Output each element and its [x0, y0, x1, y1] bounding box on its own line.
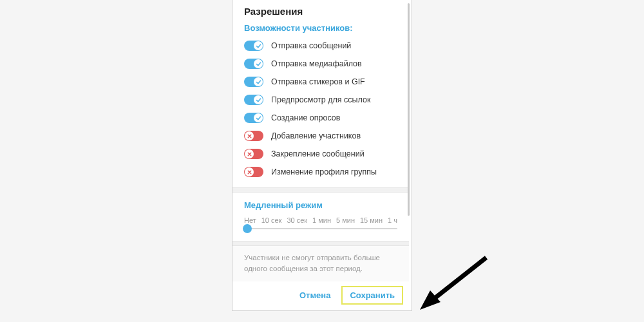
section-divider	[232, 241, 409, 246]
permissions-dialog: Разрешения Возможности участников: Отпра…	[232, 0, 412, 311]
permission-row: Закрепление сообщений	[244, 149, 397, 159]
permission-label: Отправка медиафайлов	[271, 59, 362, 68]
slowmode-help: Участники не смогут отправить больше одн…	[232, 246, 409, 281]
dialog-title: Разрешения	[244, 6, 397, 17]
permission-toggle[interactable]	[244, 77, 263, 87]
cancel-button[interactable]: Отмена	[292, 287, 338, 304]
scroll-area: Разрешения Возможности участников: Отпра…	[232, 0, 412, 281]
slowmode-title: Медленный режим	[244, 200, 397, 210]
annotation-arrow-icon	[419, 254, 489, 312]
permission-row: Отправка сообщений	[244, 41, 397, 51]
slowmode-section: Медленный режим Нет10 сек30 сек1 мин5 ми…	[232, 193, 409, 241]
permission-toggle[interactable]	[244, 95, 263, 105]
check-icon	[254, 41, 263, 50]
cross-icon	[245, 167, 254, 176]
permissions-list: Отправка сообщенийОтправка медиафайловОт…	[244, 41, 397, 177]
permission-row: Изменение профиля группы	[244, 167, 397, 177]
permission-label: Отправка стикеров и GIF	[271, 77, 365, 86]
permission-label: Добавление участников	[271, 131, 361, 140]
check-icon	[254, 59, 263, 68]
slowmode-slider[interactable]	[244, 223, 397, 237]
permission-toggle[interactable]	[244, 113, 263, 123]
permission-label: Предпросмотр для ссылок	[271, 95, 370, 104]
permission-label: Закрепление сообщений	[271, 149, 365, 158]
permission-toggle[interactable]	[244, 149, 263, 159]
permissions-section: Разрешения Возможности участников: Отпра…	[232, 0, 409, 187]
check-icon	[254, 113, 263, 122]
section-divider	[232, 187, 409, 193]
permission-label: Создание опросов	[271, 113, 340, 122]
permission-label: Отправка сообщений	[271, 41, 351, 50]
check-icon	[254, 77, 263, 86]
slider-track-line	[244, 228, 397, 229]
svg-line-0	[431, 258, 486, 301]
cross-icon	[245, 131, 254, 140]
scrollbar[interactable]	[408, 3, 410, 216]
dialog-footer: Отмена Сохранить	[232, 281, 412, 310]
permission-row: Отправка стикеров и GIF	[244, 77, 397, 87]
permission-row: Отправка медиафайлов	[244, 59, 397, 69]
permission-toggle[interactable]	[244, 131, 263, 141]
cross-icon	[245, 149, 254, 158]
slider-thumb[interactable]	[243, 224, 252, 233]
permission-label: Изменение профиля группы	[271, 167, 377, 176]
members-subtitle: Возможности участников:	[244, 23, 397, 33]
permission-row: Предпросмотр для ссылок	[244, 95, 397, 105]
permission-row: Создание опросов	[244, 113, 397, 123]
permission-row: Добавление участников	[244, 131, 397, 141]
permission-toggle[interactable]	[244, 59, 263, 69]
save-button[interactable]: Сохранить	[342, 287, 402, 304]
check-icon	[254, 95, 263, 104]
permission-toggle[interactable]	[244, 167, 263, 177]
permission-toggle[interactable]	[244, 41, 263, 51]
svg-marker-1	[420, 290, 440, 310]
